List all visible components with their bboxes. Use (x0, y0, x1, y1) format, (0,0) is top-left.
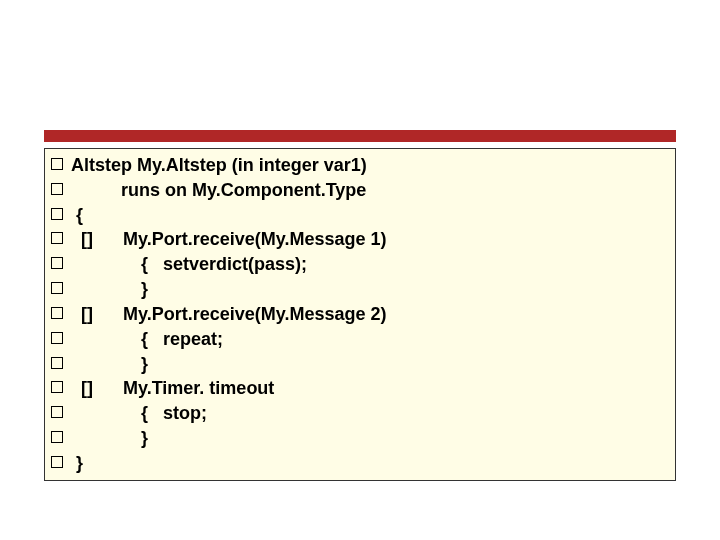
square-bullet-icon (51, 381, 63, 393)
code-line: [] My.Timer. timeout (51, 376, 669, 401)
code-text: } (71, 352, 669, 377)
square-bullet-icon (51, 456, 63, 468)
code-line: } (51, 426, 669, 451)
square-bullet-icon (51, 357, 63, 369)
code-line: { stop; (51, 401, 669, 426)
code-line: } (51, 352, 669, 377)
code-line: { (51, 203, 669, 228)
code-text: } (71, 277, 669, 302)
code-text: } (71, 451, 669, 476)
code-text: { repeat; (71, 327, 669, 352)
code-text: { setverdict(pass); (71, 252, 669, 277)
slide: Altstep My.Altstep (in integer var1) run… (0, 0, 720, 540)
code-text: { (71, 203, 669, 228)
code-line: { repeat; (51, 327, 669, 352)
square-bullet-icon (51, 158, 63, 170)
square-bullet-icon (51, 208, 63, 220)
code-line: [] My.Port.receive(My.Message 2) (51, 302, 669, 327)
square-bullet-icon (51, 307, 63, 319)
square-bullet-icon (51, 431, 63, 443)
code-text: { stop; (71, 401, 669, 426)
code-line: { setverdict(pass); (51, 252, 669, 277)
code-line: } (51, 277, 669, 302)
code-text: } (71, 426, 669, 451)
square-bullet-icon (51, 332, 63, 344)
code-text: [] My.Port.receive(My.Message 1) (71, 227, 669, 252)
code-text: Altstep My.Altstep (in integer var1) (71, 153, 669, 178)
code-line: } (51, 451, 669, 476)
code-text: [] My.Port.receive(My.Message 2) (71, 302, 669, 327)
code-line: runs on My.Component.Type (51, 178, 669, 203)
code-line: [] My.Port.receive(My.Message 1) (51, 227, 669, 252)
accent-bar (44, 130, 676, 142)
code-text: runs on My.Component.Type (71, 178, 669, 203)
square-bullet-icon (51, 282, 63, 294)
square-bullet-icon (51, 183, 63, 195)
code-text: [] My.Timer. timeout (71, 376, 669, 401)
square-bullet-icon (51, 257, 63, 269)
code-block: Altstep My.Altstep (in integer var1) run… (44, 148, 676, 481)
square-bullet-icon (51, 232, 63, 244)
square-bullet-icon (51, 406, 63, 418)
code-line: Altstep My.Altstep (in integer var1) (51, 153, 669, 178)
